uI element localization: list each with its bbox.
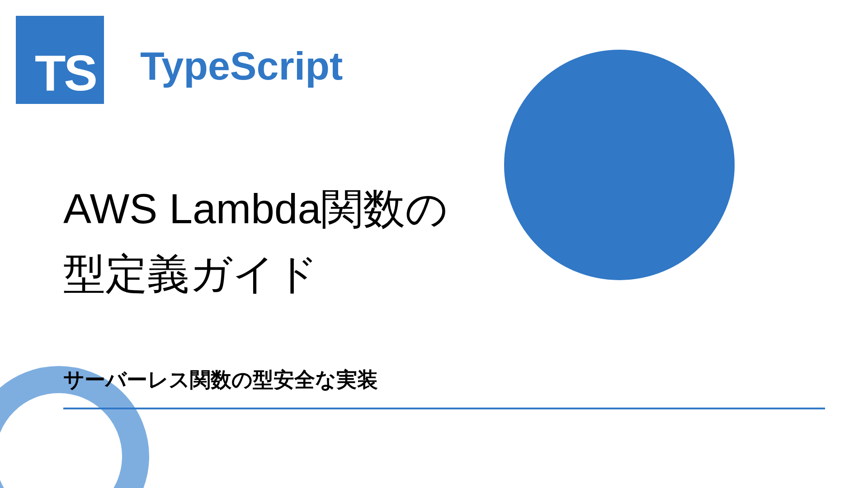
language-label: TypeScript xyxy=(140,43,343,89)
logo-text: TS xyxy=(35,48,96,99)
decorative-big-circle xyxy=(504,50,735,280)
page-title: AWS Lambda関数の 型定義ガイド xyxy=(63,176,448,306)
subtitle-container: サーバーレス関数の型安全な実装 xyxy=(63,366,825,409)
title-line-1: AWS Lambda関数の xyxy=(63,176,448,241)
subtitle: サーバーレス関数の型安全な実装 xyxy=(63,366,825,408)
subtitle-underline xyxy=(63,408,825,409)
title-line-2: 型定義ガイド xyxy=(63,241,448,306)
typescript-logo: TS xyxy=(16,16,104,104)
